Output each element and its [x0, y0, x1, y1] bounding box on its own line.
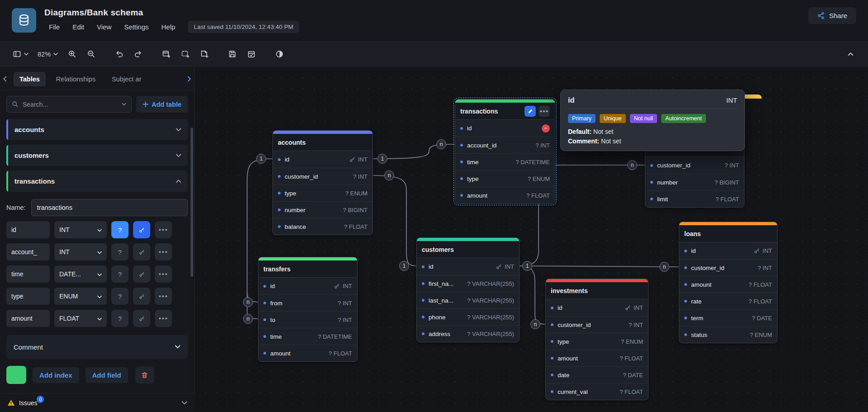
table-field-row[interactable]: idINT	[679, 242, 777, 259]
field-type-select[interactable]: DATE...	[54, 265, 107, 283]
field-name-input[interactable]: account_	[6, 243, 50, 260]
table-search-input[interactable]: Search...	[6, 96, 132, 113]
table-field-row[interactable]: customer_id? INT	[273, 168, 372, 185]
table-field-row[interactable]: term? DATE	[679, 309, 777, 326]
table-field-row[interactable]: amount? FLOAT	[546, 350, 648, 366]
scrollbar-thumb[interactable]	[191, 128, 193, 277]
field-name-input[interactable]: time	[6, 265, 50, 283]
table-field-row[interactable]: address? VARCHAR(255)	[417, 325, 519, 342]
diagram-table-accounts[interactable]: accountsidINTcustomer_id? INTtype? ENUMn…	[272, 130, 373, 235]
tab-relationships[interactable]: Relationships	[50, 72, 101, 86]
table-field-row[interactable]: from? INT	[258, 294, 357, 311]
table-menu-button[interactable]: ●●●	[539, 106, 550, 117]
table-field-row[interactable]: idINT	[546, 299, 648, 316]
todo-button[interactable]	[243, 46, 260, 62]
table-field-row[interactable]: phone? VARCHAR(255)	[417, 308, 519, 325]
diagram-table-loans[interactable]: loansidINTcustomer_id? INTamount? FLOATr…	[679, 222, 777, 343]
save-button[interactable]	[224, 46, 241, 62]
field-name-input[interactable]: id	[6, 221, 50, 238]
zoom-level-button[interactable]: 82%	[34, 46, 62, 62]
relationship-line[interactable]	[520, 266, 679, 267]
table-field-row[interactable]: customer_id? INT	[645, 157, 744, 174]
table-field-row[interactable]: type? ENUM	[546, 333, 648, 350]
add-table-tool-button[interactable]	[157, 46, 175, 62]
table-name-input[interactable]: transactions	[31, 199, 188, 216]
add-field-button[interactable]: Add field	[86, 367, 128, 383]
nullable-toggle-button[interactable]: ?	[111, 288, 129, 305]
add-note-button[interactable]	[196, 46, 213, 62]
field-options-button[interactable]: ●●●	[155, 265, 172, 283]
table-field-row[interactable]: current_val? FLOAT	[546, 383, 648, 400]
field-options-button[interactable]: ●●●	[155, 310, 172, 327]
menu-file[interactable]: File	[44, 22, 64, 32]
table-field-row[interactable]: time? DATETIME	[455, 153, 555, 170]
nullable-toggle-button[interactable]: ?	[111, 243, 129, 260]
table-field-row[interactable]: amount? FLOAT	[258, 345, 357, 361]
field-options-button[interactable]: ●●●	[155, 288, 172, 305]
redo-button[interactable]	[129, 46, 147, 62]
collapse-toolbar-button[interactable]	[842, 46, 859, 62]
nullable-toggle-button[interactable]: ?	[111, 221, 129, 238]
table-field-row[interactable]: idINT	[273, 151, 372, 168]
diagram-table-customers[interactable]: customersidINTfirst_na...? VARCHAR(255)l…	[416, 237, 520, 342]
chevron-down-icon[interactable]	[181, 401, 187, 405]
table-field-row[interactable]: balance? FLOAT	[273, 218, 372, 235]
table-field-row[interactable]: amount? FLOAT	[679, 276, 777, 293]
tabs-scroll-right-icon[interactable]	[187, 76, 191, 82]
add-index-button[interactable]: Add index	[33, 367, 79, 383]
zoom-in-button[interactable]	[63, 46, 81, 62]
field-type-select[interactable]: FLOAT	[54, 310, 107, 327]
delete-table-button[interactable]	[135, 366, 154, 384]
app-logo[interactable]	[12, 8, 36, 33]
table-field-row[interactable]: amount? FLOAT	[455, 187, 555, 204]
field-name-input[interactable]: type	[6, 288, 50, 305]
zoom-out-button[interactable]	[82, 46, 100, 62]
field-type-select[interactable]: INT	[54, 221, 107, 238]
table-field-row[interactable]: customer_id? INT	[546, 316, 648, 333]
tab-subject-ar[interactable]: Subject ar	[106, 72, 147, 86]
table-field-row[interactable]: type? ENUM	[273, 185, 372, 201]
tab-tables[interactable]: Tables	[14, 72, 46, 86]
add-table-button[interactable]: Add table	[136, 96, 188, 113]
table-field-row[interactable]: type? ENUM	[455, 170, 555, 187]
table-field-row[interactable]: first_na...? VARCHAR(255)	[417, 275, 519, 292]
add-area-button[interactable]	[176, 46, 194, 62]
issues-bar[interactable]: Issues 0	[0, 393, 195, 412]
table-field-row[interactable]: id−	[455, 120, 555, 137]
table-field-row[interactable]: last_na...? VARCHAR(255)	[417, 292, 519, 308]
menu-help[interactable]: Help	[157, 22, 180, 32]
diagram-table-transfers[interactable]: transfersidINTfrom? INTto? INTtime? DATE…	[258, 257, 358, 362]
menu-settings[interactable]: Settings	[119, 22, 153, 32]
table-field-row[interactable]: status? ENUM	[679, 326, 777, 343]
field-type-select[interactable]: INT	[54, 243, 107, 260]
nullable-toggle-button[interactable]: ?	[111, 310, 129, 327]
field-name-input[interactable]: amount	[6, 310, 50, 327]
primary-key-button[interactable]	[133, 243, 150, 260]
delete-field-button[interactable]: −	[542, 124, 550, 133]
table-field-row[interactable]: customer_id? INT	[679, 259, 777, 276]
table-field-row[interactable]: limit? FLOAT	[645, 190, 744, 207]
field-options-button[interactable]: ●●●	[155, 221, 172, 238]
table-field-row[interactable]: account_id? INT	[455, 137, 555, 153]
sidebar-table-transactions[interactable]: transactions	[6, 170, 188, 192]
menu-view[interactable]: View	[92, 22, 116, 32]
table-field-row[interactable]: idINT	[417, 258, 519, 275]
primary-key-button[interactable]	[133, 221, 150, 238]
field-options-button[interactable]: ●●●	[155, 243, 172, 260]
comment-panel[interactable]: Comment	[6, 335, 188, 359]
edit-table-button[interactable]	[525, 106, 536, 117]
nullable-toggle-button[interactable]: ?	[111, 265, 129, 283]
sidebar-scrollbar[interactable]	[190, 90, 194, 393]
primary-key-button[interactable]	[133, 310, 150, 327]
table-field-row[interactable]: idINT	[258, 278, 357, 294]
theme-toggle-button[interactable]	[271, 46, 288, 62]
menu-edit[interactable]: Edit	[68, 22, 89, 32]
table-field-row[interactable]: date? DATE	[546, 366, 648, 383]
primary-key-button[interactable]	[133, 288, 150, 305]
table-field-row[interactable]: rate? FLOAT	[679, 293, 777, 309]
tabs-scroll-left-icon[interactable]	[3, 76, 7, 82]
undo-button[interactable]	[110, 46, 128, 62]
diagram-table-transactions[interactable]: transactions●●●id−account_id? INTtime? D…	[455, 99, 555, 204]
table-field-row[interactable]: number? BIGINT	[273, 201, 372, 218]
sidebar-table-accounts[interactable]: accounts	[6, 119, 188, 140]
